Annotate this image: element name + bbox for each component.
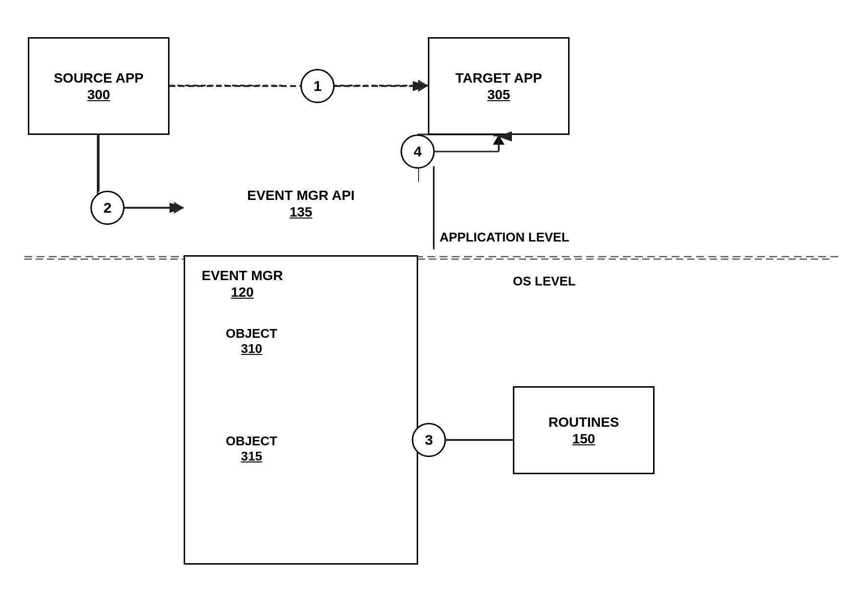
application-level-label: APPLICATION LEVEL bbox=[440, 230, 569, 245]
target-app-box: TARGET APP 305 bbox=[428, 37, 570, 135]
svg-marker-18 bbox=[174, 202, 184, 214]
routines-box: ROUTINES 150 bbox=[513, 386, 655, 474]
circle-3: 3 bbox=[412, 423, 446, 457]
event-mgr-api-label: EVENT MGR API bbox=[247, 187, 355, 204]
circle-4: 4 bbox=[401, 134, 435, 169]
event-mgr-inner: EVENT MGR 120 bbox=[193, 264, 291, 303]
source-app-label: SOURCE APP bbox=[54, 69, 144, 87]
os-level-label: OS LEVEL bbox=[513, 274, 576, 289]
event-mgr-label: EVENT MGR bbox=[202, 267, 283, 285]
object-315-label: OBJECT bbox=[226, 434, 277, 449]
svg-marker-8 bbox=[493, 135, 505, 145]
object-310-label: OBJECT bbox=[226, 326, 277, 341]
target-app-number: 305 bbox=[487, 87, 510, 103]
target-app-label: TARGET APP bbox=[455, 69, 542, 87]
event-mgr-api-inner: EVENT MGR API 135 bbox=[184, 152, 418, 257]
routines-number: 150 bbox=[572, 431, 595, 447]
diagram-container: SOURCE APP 300 TARGET APP 305 EVENT MGR … bbox=[0, 0, 868, 592]
event-mgr-api-number: 135 bbox=[290, 204, 313, 220]
svg-marker-15 bbox=[418, 80, 428, 92]
object-315-number: 315 bbox=[226, 449, 277, 464]
routines-label: ROUTINES bbox=[549, 414, 619, 431]
source-app-number: 300 bbox=[87, 87, 110, 103]
svg-marker-2 bbox=[418, 80, 428, 91]
object-310-number: 310 bbox=[226, 341, 277, 356]
source-app-box: SOURCE APP 300 bbox=[28, 37, 169, 135]
circle-2: 2 bbox=[90, 191, 125, 225]
circle-1: 1 bbox=[300, 69, 335, 103]
svg-marker-5 bbox=[174, 202, 184, 214]
event-mgr-number: 120 bbox=[231, 285, 254, 300]
